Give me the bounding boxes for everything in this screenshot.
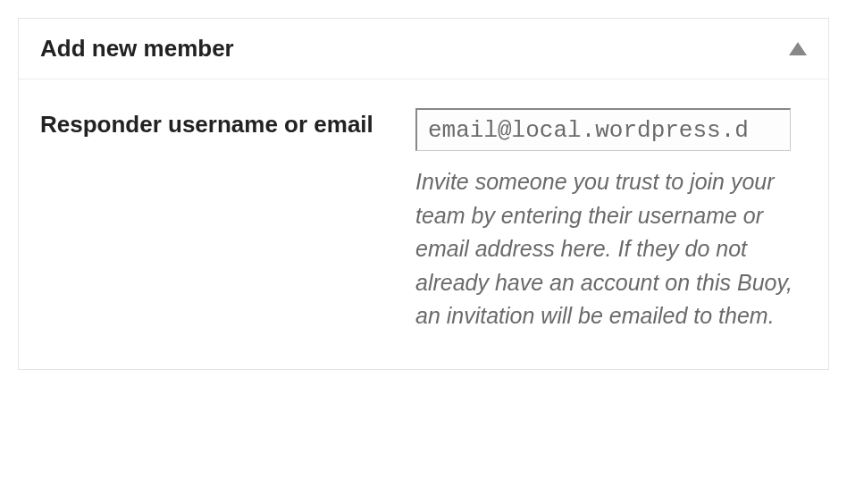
field-content: Invite someone you trust to join your te…: [415, 108, 807, 333]
panel-header[interactable]: Add new member: [19, 19, 828, 80]
help-text: Invite someone you trust to join your te…: [415, 165, 800, 333]
collapse-up-icon: [789, 42, 807, 55]
panel-body: Responder username or email Invite someo…: [19, 80, 828, 369]
add-member-panel: Add new member Responder username or ema…: [18, 18, 829, 370]
panel-title: Add new member: [40, 35, 234, 63]
responder-input[interactable]: [415, 108, 791, 151]
responder-label: Responder username or email: [40, 108, 380, 333]
